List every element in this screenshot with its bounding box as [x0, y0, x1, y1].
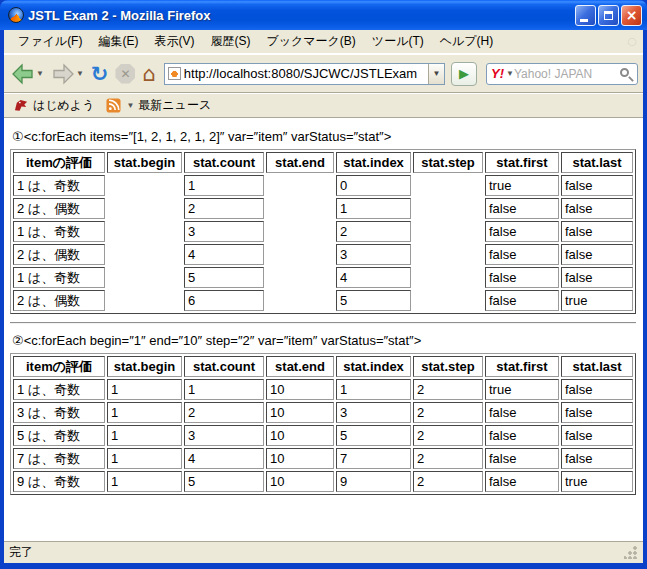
table-cell: 2 は、偶数	[13, 290, 105, 311]
table-cell: 1 は、奇数	[13, 379, 105, 400]
search-engine-dropdown-icon[interactable]: ▼	[506, 69, 514, 78]
table-cell: false	[485, 267, 559, 288]
menu-help[interactable]: ヘルプ(H)	[432, 30, 502, 53]
table-cell: false	[485, 402, 559, 423]
table-cell: true	[561, 290, 633, 311]
column-header: stat.count	[184, 152, 264, 173]
table-cell: 2	[413, 379, 483, 400]
foreach-items-heading: ①<c:forEach items=″[1, 2, 1, 2, 1, 2]″ v…	[12, 129, 636, 144]
go-button[interactable]: ▶	[451, 62, 477, 86]
search-box: Y! ▼	[486, 63, 638, 85]
close-icon: ×	[626, 8, 638, 22]
bookmarks-toolbar: はじめよう ▼ 最新ニュース	[4, 93, 643, 118]
maximize-button[interactable]	[598, 5, 619, 26]
column-header: itemの評価	[13, 356, 105, 377]
close-button[interactable]: ×	[621, 5, 642, 26]
menu-tools[interactable]: ツール(T)	[364, 30, 432, 53]
forward-button[interactable]: ▼	[49, 61, 86, 87]
reload-button[interactable]: ↻	[89, 61, 111, 87]
table-cell: 10	[266, 379, 334, 400]
table-cell: true	[485, 175, 559, 196]
table-cell: 2 は、偶数	[13, 244, 105, 265]
table-cell: 1	[184, 379, 264, 400]
table-cell: 1	[107, 425, 182, 446]
table-row: 9 は、奇数151092falsetrue	[13, 471, 633, 492]
table-cell: false	[485, 290, 559, 311]
menu-view[interactable]: 表示(V)	[146, 30, 202, 53]
table-cell: false	[561, 267, 633, 288]
window-controls: ×	[575, 5, 642, 26]
title-bar[interactable]: JSTL Exam 2 - Mozilla Firefox ×	[0, 0, 647, 30]
table-cell: 2	[413, 425, 483, 446]
menu-history[interactable]: 履歴(S)	[202, 30, 258, 53]
stop-button[interactable]: ✕	[113, 62, 137, 86]
table-cell: false	[561, 402, 633, 423]
table-cell: 1	[107, 402, 182, 423]
table-cell	[107, 221, 182, 242]
table-row: 3 は、奇数121032falsefalse	[13, 402, 633, 423]
table-cell: 1	[107, 448, 182, 469]
rss-feed-icon	[106, 98, 121, 113]
column-header: stat.step	[413, 356, 483, 377]
table-cell: 10	[266, 471, 334, 492]
bookmark-getting-started[interactable]: はじめよう	[10, 95, 98, 116]
address-bar: ▼	[164, 63, 445, 85]
minimize-button[interactable]	[575, 5, 596, 26]
feed-dropdown-icon[interactable]: ▼	[126, 101, 134, 110]
table-cell: false	[485, 448, 559, 469]
section-separator	[10, 322, 636, 324]
home-button[interactable]: ⌂	[140, 62, 157, 86]
table-cell: false	[485, 471, 559, 492]
window-title: JSTL Exam 2 - Mozilla Firefox	[28, 8, 575, 23]
table-cell	[266, 221, 334, 242]
table-cell	[266, 244, 334, 265]
table-row: 1 は、奇数54falsefalse	[13, 267, 633, 288]
bookmark-label: はじめよう	[33, 97, 94, 114]
home-icon: ⌂	[142, 64, 155, 84]
activity-throbber-icon: ◌	[627, 33, 637, 50]
table-row: 2 は、偶数43falsefalse	[13, 244, 633, 265]
url-history-dropdown[interactable]: ▼	[428, 64, 444, 84]
menu-bookmarks[interactable]: ブックマーク(B)	[258, 30, 363, 53]
column-header: stat.count	[184, 356, 264, 377]
yahoo-engine-icon[interactable]: Y!	[491, 66, 504, 81]
resize-grip[interactable]	[624, 546, 637, 559]
table-cell: false	[485, 244, 559, 265]
back-dropdown-icon[interactable]: ▼	[36, 69, 44, 78]
table-cell: 5	[184, 471, 264, 492]
back-button[interactable]: ▼	[9, 61, 46, 87]
table-row: 5 は、奇数131052falsefalse	[13, 425, 633, 446]
table-cell	[107, 290, 182, 311]
table-cell: false	[561, 175, 633, 196]
table-cell: 4	[184, 244, 264, 265]
table-cell: 1	[107, 471, 182, 492]
table-cell: 1	[336, 198, 411, 219]
table-row: 7 は、奇数141072falsefalse	[13, 448, 633, 469]
table-cell: 3	[336, 244, 411, 265]
column-header: stat.step	[413, 152, 483, 173]
bookmark-latest-news[interactable]: ▼ 最新ニュース	[102, 95, 215, 116]
menu-edit[interactable]: 編集(E)	[90, 30, 146, 53]
forward-dropdown-icon[interactable]: ▼	[76, 69, 84, 78]
table-row: 2 は、偶数65falsetrue	[13, 290, 633, 311]
column-header: stat.last	[561, 356, 633, 377]
url-input[interactable]	[184, 66, 428, 81]
search-input[interactable]	[514, 67, 618, 81]
menu-bar: ファイル(F) 編集(E) 表示(V) 履歴(S) ブックマーク(B) ツール(…	[4, 30, 643, 54]
search-icon[interactable]	[620, 68, 629, 77]
table-cell: false	[561, 221, 633, 242]
column-header: stat.index	[336, 152, 411, 173]
table-cell: 1 は、奇数	[13, 267, 105, 288]
table-cell: 2 は、偶数	[13, 198, 105, 219]
table-cell: 0	[336, 175, 411, 196]
minimize-icon	[580, 19, 588, 22]
table-cell: 10	[266, 448, 334, 469]
table-cell: 1	[184, 175, 264, 196]
menu-file[interactable]: ファイル(F)	[10, 30, 90, 53]
table-cell: 3	[184, 425, 264, 446]
reload-icon: ↻	[91, 63, 109, 85]
navigation-toolbar: ▼ ▼ ↻ ✕ ⌂ ▼ ▶ Y! ▼	[4, 54, 643, 93]
table-cell: 2	[184, 198, 264, 219]
table-cell: 10	[266, 402, 334, 423]
table-cell: 3	[184, 221, 264, 242]
